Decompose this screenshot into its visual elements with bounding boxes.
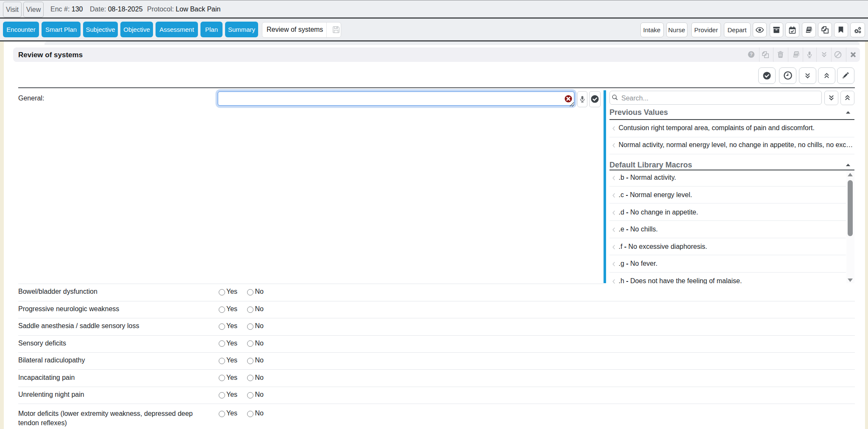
svg-text:?: ? <box>750 52 753 57</box>
